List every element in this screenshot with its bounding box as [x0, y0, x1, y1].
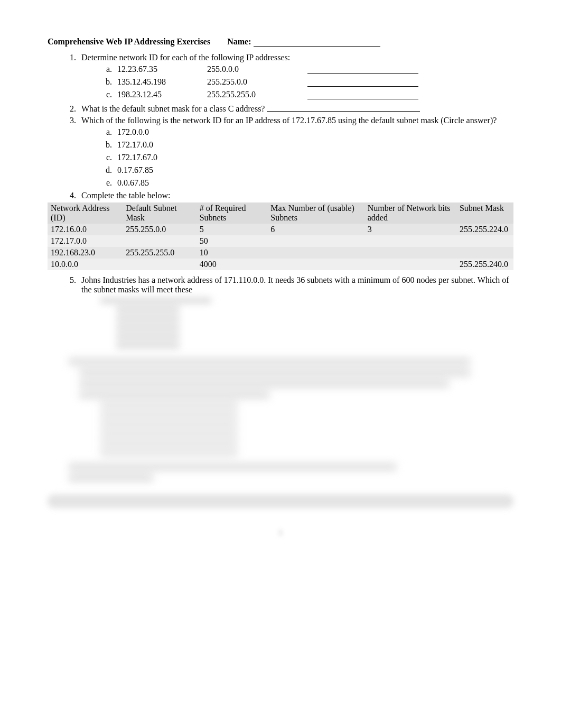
cell-addr: 10.0.0.0 — [48, 259, 123, 270]
question-4: Complete the table below: — [78, 191, 513, 200]
q1c-mask: 255.255.255.0 — [207, 90, 307, 99]
q1a-mask: 255.0.0.0 — [207, 64, 307, 74]
q3-option-d: 0.17.67.85 — [114, 165, 513, 175]
cell-max: 6 — [267, 224, 364, 235]
q3-option-a: 172.0.0.0 — [114, 127, 513, 137]
cell-req: 10 — [197, 247, 268, 259]
q3-option-b: 172.17.0.0 — [114, 140, 513, 150]
question-5: Johns Industries has a network address o… — [78, 275, 513, 294]
cell-req: 50 — [197, 235, 268, 247]
q1-row-b: 135.12.45.198 255.255.0.0 — [114, 77, 513, 87]
q1b-ip: 135.12.45.198 — [117, 77, 207, 87]
q1c-ip: 198.23.12.45 — [117, 90, 207, 99]
table-row: 172.16.0.0 255.255.0.0 5 6 3 255.255.224… — [48, 224, 513, 235]
cell-defmask: 255.255.0.0 — [123, 224, 196, 235]
cell-max — [267, 247, 364, 259]
cell-bits — [364, 259, 456, 270]
cell-mask — [456, 235, 513, 247]
q1-row-a: 12.23.67.35 255.0.0.0 — [114, 64, 513, 74]
page-number: 1 — [48, 528, 513, 537]
q3-option-c: 172.17.67.0 — [114, 153, 513, 162]
q4-prompt: Complete the table below: — [81, 191, 170, 200]
blurred-question-6 — [69, 358, 513, 482]
col-network-address: Network Address (ID) — [48, 202, 123, 224]
q1a-answer-blank — [307, 65, 418, 74]
name-label: Name: — [227, 37, 251, 46]
table-row: 192.168.23.0 255.255.255.0 10 — [48, 247, 513, 259]
table-row: 172.17.0.0 50 — [48, 235, 513, 247]
cell-mask — [456, 247, 513, 259]
blurred-q5-options — [100, 298, 513, 348]
cell-defmask — [123, 259, 196, 270]
cell-defmask: 255.255.255.0 — [123, 247, 196, 259]
cell-bits — [364, 247, 456, 259]
cell-bits — [364, 235, 456, 247]
q1b-answer-blank — [307, 78, 418, 87]
cell-bits: 3 — [364, 224, 456, 235]
name-blank-line — [254, 38, 380, 47]
q1b-mask: 255.255.0.0 — [207, 77, 307, 87]
q1-prompt: Determine network ID for each of the fol… — [81, 53, 290, 62]
question-3: Which of the following is the network ID… — [78, 116, 513, 188]
cell-defmask — [123, 235, 196, 247]
cell-req: 5 — [197, 224, 268, 235]
question-2: What is the default subnet mask for a cl… — [78, 103, 513, 114]
col-max-subnets: Max Number of (usable) Subnets — [267, 202, 364, 224]
worksheet-title: Comprehensive Web IP Addressing Exercise… — [48, 37, 210, 46]
cell-addr: 192.168.23.0 — [48, 247, 123, 259]
cell-addr: 172.17.0.0 — [48, 235, 123, 247]
cell-mask: 255.255.240.0 — [456, 259, 513, 270]
cell-req: 4000 — [197, 259, 268, 270]
question-1: Determine network ID for each of the fol… — [78, 53, 513, 99]
worksheet-header: Comprehensive Web IP Addressing Exercise… — [48, 37, 513, 47]
col-default-mask: Default Subnet Mask — [123, 202, 196, 224]
subnet-table: Network Address (ID) Default Subnet Mask… — [48, 202, 513, 270]
cell-mask: 255.255.224.0 — [456, 224, 513, 235]
q1c-answer-blank — [307, 90, 418, 99]
table-header-row: Network Address (ID) Default Subnet Mask… — [48, 202, 513, 224]
blurred-table-header — [48, 494, 513, 508]
table-row: 10.0.0.0 4000 255.255.240.0 — [48, 259, 513, 270]
cell-max — [267, 235, 364, 247]
q1-row-c: 198.23.12.45 255.255.255.0 — [114, 90, 513, 99]
q2-answer-blank — [267, 103, 420, 112]
q2-prompt: What is the default subnet mask for a cl… — [81, 104, 265, 113]
q1a-ip: 12.23.67.35 — [117, 64, 207, 74]
col-required-subnets: # of Required Subnets — [197, 202, 268, 224]
col-bits-added: Number of Network bits added — [364, 202, 456, 224]
col-subnet-mask: Subnet Mask — [456, 202, 513, 224]
cell-addr: 172.16.0.0 — [48, 224, 123, 235]
q3-option-e: 0.0.67.85 — [114, 178, 513, 188]
q5-prompt: Johns Industries has a network address o… — [81, 275, 509, 294]
q3-prompt: Which of the following is the network ID… — [81, 116, 497, 125]
cell-max — [267, 259, 364, 270]
